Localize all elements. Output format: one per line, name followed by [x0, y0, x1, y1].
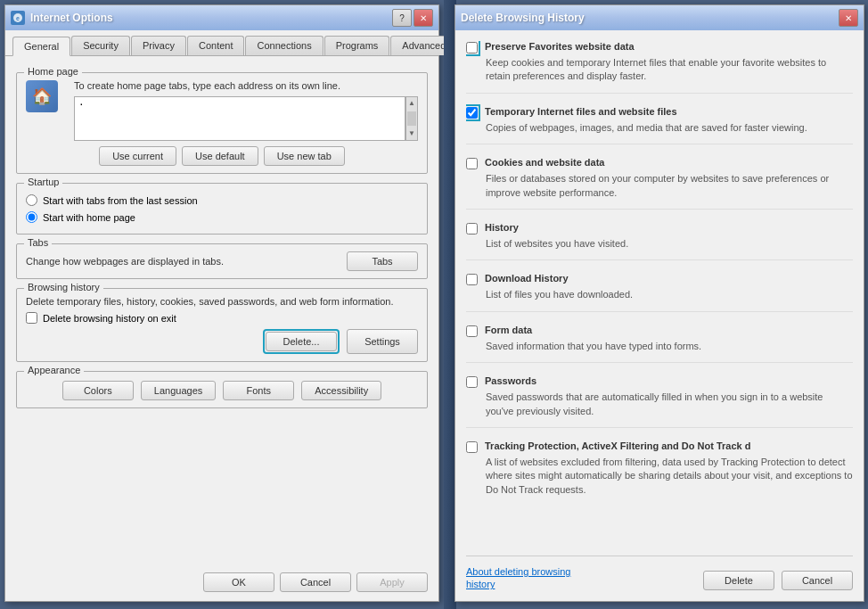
- fonts-button[interactable]: Fonts: [223, 381, 294, 400]
- startup-section: Startup Start with tabs from the last se…: [16, 183, 428, 235]
- startup-radio1[interactable]: [26, 194, 37, 206]
- tab-programs[interactable]: Programs: [324, 36, 390, 55]
- delete-titlebar-buttons: ✕: [839, 9, 858, 27]
- history-title: History: [485, 222, 519, 233]
- tracking-title: Tracking Protection, ActiveX Filtering a…: [485, 440, 750, 451]
- temp-files-checkbox[interactable]: [466, 107, 478, 119]
- form-data-checkbox[interactable]: [466, 325, 478, 337]
- startup-label: Startup: [24, 177, 62, 187]
- about-deleting-link[interactable]: About deleting browsing history: [466, 566, 570, 589]
- about-link-text-line2: history: [466, 579, 495, 589]
- delete-item-form-data: Form data Saved information that you hav…: [466, 325, 853, 363]
- delete-window-titlebar: Delete Browsing History ✕: [455, 5, 864, 30]
- use-default-button[interactable]: Use default: [182, 146, 258, 166]
- close-button[interactable]: ✕: [414, 9, 433, 27]
- ie-window-icon: e: [11, 11, 25, 25]
- tabs-button[interactable]: Tabs: [347, 251, 418, 271]
- delete-window-footer: About deleting browsing history Delete C…: [466, 556, 853, 590]
- download-history-desc: List of files you have downloaded.: [466, 288, 853, 301]
- delete-item-cookies: Cookies and website data Files or databa…: [466, 157, 853, 210]
- delete-on-exit-row: Delete browsing history on exit: [26, 312, 418, 324]
- startup-option2-label: Start with home page: [43, 212, 135, 223]
- browsing-description: Delete temporary files, history, cookies…: [26, 296, 418, 307]
- history-checkbox[interactable]: [466, 223, 478, 235]
- startup-option1[interactable]: Start with tabs from the last session: [26, 194, 418, 206]
- home-page-label: Home page: [24, 66, 82, 77]
- favorites-title: Preserve Favorites website data: [485, 41, 635, 52]
- delete-window-content: Preserve Favorites website data Keep coo…: [455, 30, 864, 601]
- tabs-section: Tabs Change how webpages are displayed i…: [16, 243, 428, 279]
- languages-button[interactable]: Languages: [141, 381, 216, 400]
- history-buttons: Delete... Settings: [26, 329, 418, 354]
- passwords-checkbox[interactable]: [466, 376, 478, 388]
- ok-button[interactable]: OK: [203, 572, 274, 592]
- tab-privacy[interactable]: Privacy: [131, 36, 186, 55]
- download-history-title: Download History: [485, 273, 569, 284]
- delete-on-exit-checkbox[interactable]: [26, 312, 37, 324]
- tracking-checkbox[interactable]: [466, 441, 478, 453]
- passwords-title: Passwords: [485, 375, 536, 386]
- delete-item-passwords: Passwords Saved passwords that are autom…: [466, 375, 853, 428]
- tabs-section-label: Tabs: [24, 237, 52, 248]
- delete-items-list: Preserve Favorites website data Keep coo…: [466, 41, 853, 556]
- delete-button-highlight: Delete...: [263, 329, 340, 354]
- startup-radio-group: Start with tabs from the last session St…: [26, 191, 418, 226]
- appearance-section: Appearance Colors Languages Fonts Access…: [16, 371, 428, 408]
- home-page-description: To create home page tabs, type each addr…: [74, 80, 418, 91]
- tab-content[interactable]: Content: [187, 36, 245, 55]
- colors-button[interactable]: Colors: [62, 381, 134, 400]
- ie-tabs-bar: General Security Privacy Content Connect…: [5, 30, 438, 56]
- history-desc: List of websites you have visited.: [466, 237, 853, 251]
- ie-titlebar: e Internet Options ? ✕: [5, 5, 438, 30]
- cookies-title: Cookies and website data: [485, 157, 604, 168]
- favorites-checkbox[interactable]: [466, 42, 478, 53]
- delete-item-tracking: Tracking Protection, ActiveX Filtering a…: [466, 440, 853, 506]
- home-icon: 🏠: [26, 80, 58, 112]
- titlebar-button-group: ? ✕: [392, 9, 433, 27]
- cookies-desc: Files or databases stored on your comput…: [466, 172, 853, 200]
- home-page-section: Home page 🏠 To create home page tabs, ty…: [16, 72, 428, 174]
- tab-security[interactable]: Security: [71, 36, 130, 55]
- use-current-button[interactable]: Use current: [99, 146, 176, 166]
- appearance-label: Appearance: [24, 365, 84, 375]
- svg-text:e: e: [16, 15, 20, 21]
- cancel-button[interactable]: Cancel: [280, 572, 351, 592]
- startup-radio2[interactable]: [26, 211, 37, 223]
- download-history-checkbox[interactable]: [466, 274, 478, 285]
- delete-window-title: Delete Browsing History: [461, 12, 585, 24]
- tab-connections[interactable]: Connections: [245, 36, 323, 55]
- delete-window-close-button[interactable]: ✕: [839, 9, 858, 27]
- internet-options-window: e Internet Options ? ✕ General Security …: [4, 4, 439, 602]
- tabs-description: Change how webpages are displayed in tab…: [26, 256, 224, 267]
- appearance-buttons: Colors Languages Fonts Accessibility: [26, 381, 418, 400]
- startup-option1-label: Start with tabs from the last session: [43, 195, 198, 206]
- delete-browsing-history-window: Delete Browsing History ✕ Preserve Favor…: [454, 4, 864, 602]
- browsing-history-label: Browsing history: [24, 282, 103, 292]
- cookies-checkbox[interactable]: [466, 158, 478, 169]
- delete-footer-buttons: Delete Cancel: [703, 571, 853, 590]
- apply-button[interactable]: Apply: [356, 572, 428, 592]
- delete-item-favorites: Preserve Favorites website data Keep coo…: [466, 41, 853, 94]
- delete-on-exit-label: Delete browsing history on exit: [43, 313, 176, 324]
- settings-button[interactable]: Settings: [347, 329, 418, 354]
- startup-option2[interactable]: Start with home page: [26, 211, 418, 223]
- ie-footer: OK Cancel Apply: [5, 572, 438, 592]
- tracking-desc: A list of websites excluded from filteri…: [466, 456, 853, 497]
- accessibility-button[interactable]: Accessibility: [301, 381, 381, 400]
- browsing-history-section: Browsing history Delete temporary files,…: [16, 288, 428, 362]
- ie-window-content: Home page 🏠 To create home page tabs, ty…: [5, 56, 438, 426]
- delete-button[interactable]: Delete...: [266, 332, 337, 351]
- home-page-buttons: Use current Use default Use new tab: [26, 146, 418, 166]
- delete-cancel-button[interactable]: Cancel: [782, 571, 853, 590]
- delete-confirm-button[interactable]: Delete: [703, 571, 774, 590]
- use-new-tab-button[interactable]: Use new tab: [264, 146, 345, 166]
- form-data-desc: Saved information that you have typed in…: [466, 340, 853, 353]
- tab-general[interactable]: General: [12, 37, 70, 56]
- about-link-text-line1: About deleting browsing: [466, 566, 570, 577]
- delete-item-download-history: Download History List of files you have …: [466, 273, 853, 311]
- passwords-desc: Saved passwords that are automatically f…: [466, 391, 853, 418]
- delete-item-history: History List of websites you have visite…: [466, 222, 853, 260]
- help-button[interactable]: ?: [392, 9, 412, 27]
- home-page-textarea[interactable]: ·: [74, 96, 405, 141]
- form-data-title: Form data: [485, 325, 532, 335]
